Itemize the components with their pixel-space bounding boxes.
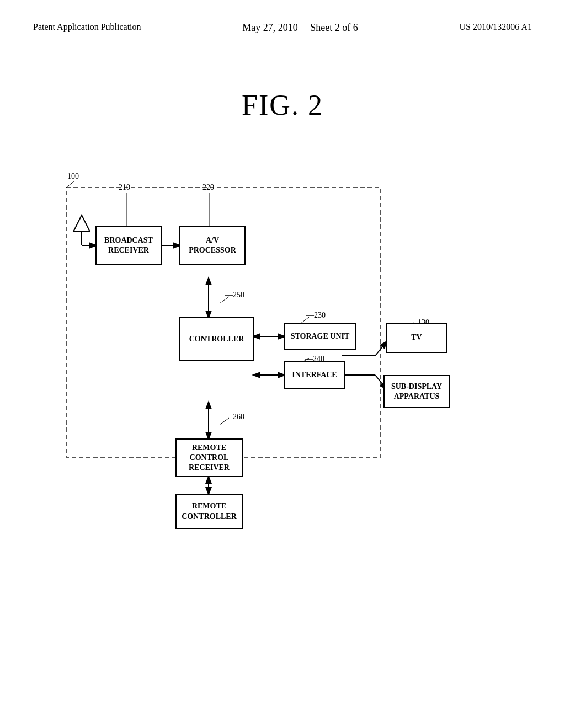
svg-line-10 bbox=[375, 342, 386, 356]
figure-title: FIG. 2 bbox=[0, 89, 565, 121]
broadcast-receiver-block: BROADCAST RECEIVER bbox=[95, 226, 162, 265]
controller-block: CONTROLLER bbox=[179, 317, 254, 361]
ref-260: —260 bbox=[225, 413, 244, 421]
ref-100: 100 bbox=[67, 172, 79, 181]
svg-marker-1 bbox=[73, 215, 90, 232]
av-processor-block: A/V PROCESSOR bbox=[179, 226, 246, 265]
svg-line-23 bbox=[66, 181, 74, 188]
ref-230: —230 bbox=[306, 311, 326, 320]
remote-controller-block: REMOTE CONTROLLER bbox=[175, 494, 243, 529]
header-center: May 27, 2010 Sheet 2 of 6 bbox=[242, 22, 358, 34]
ref-220: 220 bbox=[202, 183, 214, 192]
ref-250: —250 bbox=[225, 291, 244, 299]
interface-block: INTERFACE bbox=[284, 361, 345, 389]
tv-block: TV bbox=[386, 323, 447, 353]
remote-control-receiver-block: REMOTE CONTROL RECEIVER bbox=[175, 438, 243, 477]
header-left: Patent Application Publication bbox=[33, 22, 141, 32]
header-right: US 2010/132006 A1 bbox=[459, 22, 532, 32]
sub-display-block: SUB-DISPLAY APPARATUS bbox=[383, 375, 450, 408]
storage-unit-block: STORAGE UNIT bbox=[284, 323, 356, 350]
ref-210: 210 bbox=[119, 183, 130, 192]
page-header: Patent Application Publication May 27, 2… bbox=[0, 0, 565, 34]
diagram: 100 210 220 —230 —240 —250 —260 —270 —13… bbox=[33, 160, 530, 546]
